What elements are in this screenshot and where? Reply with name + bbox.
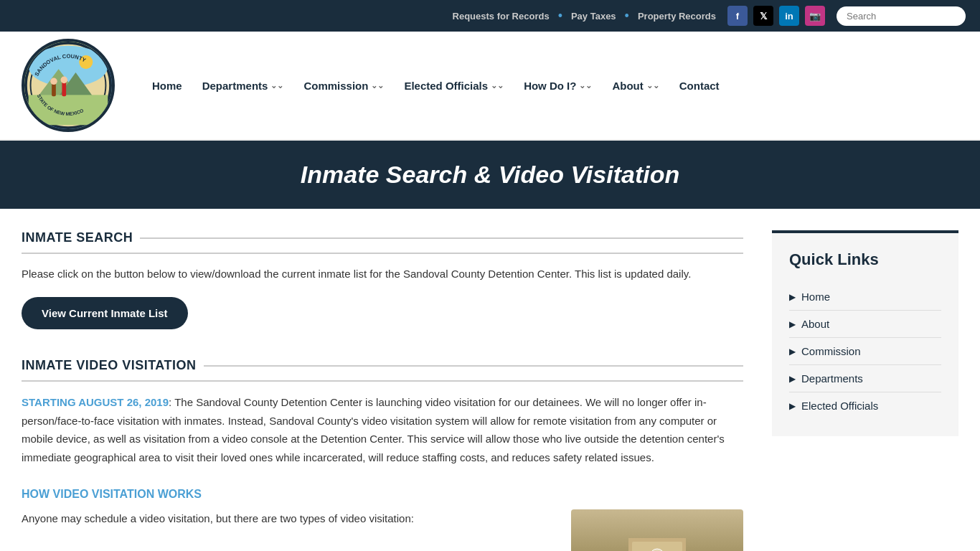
- home-arrow-icon: ▶: [789, 292, 796, 302]
- instagram-icon[interactable]: 📷: [805, 6, 825, 26]
- hero-banner: Inmate Search & Video Visitation: [0, 141, 980, 209]
- departments-arrow-icon: ▶: [789, 374, 796, 384]
- highlight-date: STARTING AUGUST 26, 2019: [22, 396, 169, 408]
- main-nav: Home Departments ⌄⌄ Commission ⌄⌄ Electe…: [143, 74, 728, 98]
- video-visitation-section: INMATE VIDEO VISITATION STARTING AUGUST …: [22, 358, 743, 466]
- property-records-link[interactable]: Property Records: [638, 11, 716, 22]
- quick-links-box: Quick Links ▶ Home ▶ About ▶ Commission …: [772, 230, 958, 436]
- content-area: INMATE SEARCH Please click on the button…: [22, 230, 743, 551]
- how-works-section: HOW VIDEO VISITATION WORKS Anyone may sc…: [22, 488, 743, 551]
- video-placeholder-image: [571, 509, 743, 551]
- quick-link-elected-officials[interactable]: ▶ Elected Officials: [789, 392, 941, 419]
- svg-point-9: [61, 77, 68, 84]
- video-visitation-heading: INMATE VIDEO VISITATION: [22, 358, 743, 382]
- inmate-search-section: INMATE SEARCH Please click on the button…: [22, 230, 743, 329]
- search-bar: [837, 6, 966, 26]
- quick-link-departments[interactable]: ▶ Departments: [789, 365, 941, 392]
- quick-links-title: Quick Links: [789, 250, 941, 269]
- video-visitation-body: STARTING AUGUST 26, 2019: The Sandoval C…: [22, 393, 743, 466]
- how-works-heading: HOW VIDEO VISITATION WORKS: [22, 488, 743, 501]
- about-chevron: ⌄⌄: [646, 81, 659, 90]
- nav-home[interactable]: Home: [143, 74, 191, 98]
- how-works-text: Anyone may schedule a video visitation, …: [22, 509, 554, 528]
- quick-link-departments-label: Departments: [801, 372, 863, 385]
- quick-link-home[interactable]: ▶ Home: [789, 283, 941, 311]
- search-input[interactable]: [837, 6, 966, 26]
- departments-chevron: ⌄⌄: [270, 81, 283, 90]
- header: SANDOVAL COUNTY STATE OF NEW MEXICO Home…: [0, 32, 980, 141]
- commission-chevron: ⌄⌄: [371, 81, 384, 90]
- nav-commission[interactable]: Commission ⌄⌄: [295, 74, 392, 98]
- dot-separator-1: •: [558, 9, 562, 24]
- quick-link-about-label: About: [801, 318, 829, 330]
- quick-link-elected-officials-label: Elected Officials: [801, 400, 878, 412]
- nav-about[interactable]: About ⌄⌄: [603, 74, 667, 98]
- how-works-content: Anyone may schedule a video visitation, …: [22, 509, 743, 551]
- elected-officials-chevron: ⌄⌄: [491, 81, 504, 90]
- nav-elected-officials[interactable]: Elected Officials ⌄⌄: [395, 74, 512, 98]
- twitter-icon[interactable]: 𝕏: [753, 6, 773, 26]
- top-bar: Requests for Records • Pay Taxes • Prope…: [0, 0, 980, 32]
- nav-how-do-i[interactable]: How Do I? ⌄⌄: [515, 74, 600, 98]
- about-arrow-icon: ▶: [789, 319, 796, 329]
- nav-contact[interactable]: Contact: [671, 74, 728, 98]
- commission-arrow-icon: ▶: [789, 347, 796, 357]
- pay-taxes-link[interactable]: Pay Taxes: [571, 11, 616, 22]
- quick-link-home-label: Home: [801, 291, 830, 303]
- logo-area: SANDOVAL COUNTY STATE OF NEW MEXICO: [22, 39, 115, 132]
- quick-link-about[interactable]: ▶ About: [789, 311, 941, 338]
- page-title: Inmate Search & Video Visitation: [14, 161, 966, 189]
- requests-for-records-link[interactable]: Requests for Records: [453, 11, 550, 22]
- social-icons: f 𝕏 in 📷: [727, 6, 825, 26]
- sidebar: Quick Links ▶ Home ▶ About ▶ Commission …: [772, 230, 958, 551]
- svg-point-7: [50, 78, 57, 85]
- inmate-search-heading: INMATE SEARCH: [22, 230, 743, 254]
- dot-separator-2: •: [625, 9, 629, 24]
- svg-rect-8: [62, 81, 66, 96]
- quick-link-commission-label: Commission: [801, 345, 861, 357]
- elected-officials-arrow-icon: ▶: [789, 401, 796, 411]
- inmate-search-description: Please click on the button below to view…: [22, 265, 743, 283]
- video-placeholder-inner: [571, 509, 743, 551]
- view-inmate-list-button[interactable]: View Current Inmate List: [22, 297, 188, 329]
- how-do-i-chevron: ⌄⌄: [579, 81, 592, 90]
- logo-circle: SANDOVAL COUNTY STATE OF NEW MEXICO: [22, 39, 115, 132]
- quick-link-commission[interactable]: ▶ Commission: [789, 338, 941, 365]
- facebook-icon[interactable]: f: [727, 6, 748, 26]
- top-bar-links: Requests for Records • Pay Taxes • Prope…: [453, 9, 716, 24]
- main-layout: INMATE SEARCH Please click on the button…: [0, 209, 980, 551]
- nav-departments[interactable]: Departments ⌄⌄: [194, 74, 293, 98]
- linkedin-icon[interactable]: in: [779, 6, 799, 26]
